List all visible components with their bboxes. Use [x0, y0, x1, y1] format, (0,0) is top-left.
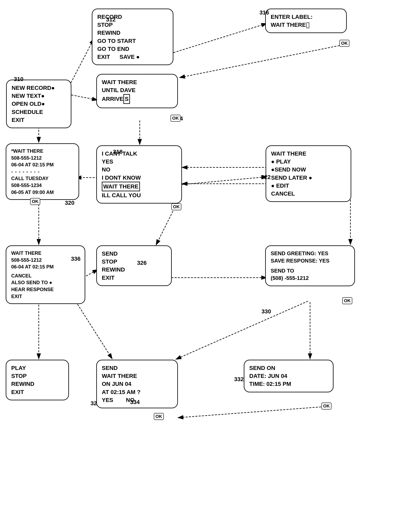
box-332: SEND ON DATE: JUN 04 TIME: 02:15 PM — [244, 360, 334, 392]
ok-330[interactable]: OK — [342, 297, 352, 304]
box-336-line7: EXIT — [11, 293, 80, 300]
box-324-line4: EXIT — [11, 388, 63, 396]
box-322-line3: ●SEND NOW — [271, 166, 346, 174]
box-330-line2: SAVE RESPONSE: YES — [271, 257, 349, 264]
box-326: SEND STOP REWIND EXIT — [96, 245, 172, 286]
label-312: 312 — [106, 16, 116, 23]
svg-line-9 — [156, 208, 174, 245]
box-320-line4: CALL TUESDAY — [11, 175, 74, 182]
svg-line-5 — [173, 23, 267, 53]
box-320-divider: - - - - - - - - — [11, 168, 74, 175]
box-326-line3: REWIND — [102, 266, 166, 274]
box-336: WAIT THERE 508-555-1212 06-04 AT 02:15 P… — [6, 245, 85, 304]
box-336-line6: HEAR RESPONSE — [11, 286, 80, 293]
label-310: 310 — [14, 76, 23, 83]
box-320-line2: 508-555-1212 — [11, 154, 74, 161]
box-314: WAIT THERE UNTIL DAVE ARRIVES — [96, 74, 178, 108]
label-322: 322 — [261, 174, 271, 180]
svg-line-6 — [180, 45, 343, 77]
box-316-line2: WAIT THERE — [271, 21, 341, 29]
label-330: 330 — [262, 308, 271, 315]
box-320-line1: *WAIT THERE — [11, 148, 74, 154]
box-324-line2: STOP — [11, 372, 63, 380]
box-322-line1: WAIT THERE — [271, 150, 346, 158]
box-320-line5: 508-555-1234 — [11, 182, 74, 189]
ok-320[interactable]: OK — [30, 198, 40, 205]
box-320-line6: 06-05 AT 09:00 AM — [11, 189, 74, 196]
box-326-line2: STOP — [102, 258, 166, 266]
box-334-line4: AT 02:15 AM ? — [102, 388, 172, 396]
ok-314[interactable]: OK — [171, 115, 180, 122]
box-332-line3: TIME: 02:15 PM — [249, 380, 328, 388]
box-318-line3: NO — [102, 166, 176, 174]
box-316: ENTER LABEL: WAIT THERE — [265, 8, 347, 33]
ok-334[interactable]: OK — [154, 413, 164, 420]
box-330-line1: SEND GREETING: YES — [271, 250, 349, 257]
box-312-line5: GO TO END — [97, 45, 168, 53]
box-336-line4: CANCEL — [11, 272, 80, 279]
box-336-line1: WAIT THERE — [11, 250, 80, 257]
svg-line-16 — [77, 304, 112, 359]
label-320: 320 — [65, 200, 75, 206]
box-324: PLAY STOP REWIND EXIT — [6, 360, 69, 400]
box-312: RECORD STOP REWIND GO TO START GO TO END… — [92, 8, 173, 65]
box-336-line2: 508-555-1212 — [11, 257, 80, 264]
label-336: 336 — [71, 256, 81, 262]
box-312-line4: GO TO START — [97, 37, 168, 45]
box-330: SEND GREETING: YES SAVE RESPONSE: YES SE… — [265, 245, 355, 286]
box-332-line1: SEND ON — [249, 364, 328, 372]
box-334-line3: ON JUN 04 — [102, 380, 172, 388]
box-318-line6: ILL CALL YOU — [102, 191, 176, 199]
diagram: NEW RECORD● NEW TEXT● OPEN OLD● SCHEDULE… — [0, 0, 420, 512]
ok-318[interactable]: OK — [171, 203, 181, 210]
box-324-line1: PLAY — [11, 364, 63, 372]
box-310-line5: EXIT — [12, 116, 66, 124]
svg-line-4 — [69, 39, 94, 86]
box-336-line3: 06-04 AT 02:15 PM — [11, 263, 80, 270]
box-310-line3: OPEN OLD● — [12, 100, 66, 108]
box-310-line1: NEW RECORD● — [12, 84, 66, 92]
box-334-line1: SEND — [102, 364, 172, 372]
ok-332[interactable]: OK — [322, 403, 331, 410]
box-310-line4: SCHEDULE — [12, 108, 66, 116]
svg-line-8 — [181, 177, 267, 184]
box-332-line2: DATE: JUN 04 — [249, 372, 328, 380]
label-332: 332 — [234, 376, 244, 382]
label-334: 334 — [130, 399, 140, 405]
label-316: 316 — [259, 9, 269, 16]
box-326-line4: EXIT — [102, 274, 166, 282]
box-322-line4: SEND LATER ● — [271, 174, 346, 182]
box-310-line2: NEW TEXT● — [12, 92, 66, 100]
label-318: 318 — [113, 149, 123, 155]
box-312-line3: REWIND — [97, 29, 168, 37]
svg-line-3 — [71, 95, 98, 100]
svg-line-17 — [176, 301, 308, 359]
box-318-line2: YES — [102, 158, 176, 166]
box-314-line3: ARRIVES — [102, 94, 172, 104]
box-334-line2: WAIT THERE — [102, 372, 172, 380]
box-318: I CANT TALK YES NO I DONT KNOW WAIT THER… — [96, 145, 182, 204]
box-324-line3: REWIND — [11, 380, 63, 388]
svg-line-19 — [178, 407, 324, 418]
box-318-line5: WAIT THERE — [102, 182, 176, 191]
box-318-line4: I DONT KNOW — [102, 174, 176, 182]
box-322: WAIT THERE ● PLAY ●SEND NOW SEND LATER ●… — [266, 145, 351, 202]
box-320-line3: 06-04 AT 02:15 PM — [11, 161, 74, 168]
box-314-line1: WAIT THERE — [102, 78, 172, 86]
svg-line-13 — [83, 269, 98, 278]
ok-316[interactable]: OK — [339, 40, 349, 47]
label-326: 326 — [137, 260, 147, 266]
box-320: *WAIT THERE 508-555-1212 06-04 AT 02:15 … — [6, 143, 79, 200]
box-330-line4: (508) -555-1212 — [271, 274, 349, 282]
box-336-line5: ALSO SEND TO ● — [11, 279, 80, 286]
box-322-line6: CANCEL — [271, 190, 346, 198]
box-322-line2: ● PLAY — [271, 158, 346, 166]
box-322-line5: ● EDIT — [271, 182, 346, 190]
box-312-line6: EXIT SAVE ● — [97, 53, 168, 61]
box-310: NEW RECORD● NEW TEXT● OPEN OLD● SCHEDULE… — [6, 80, 71, 128]
box-326-line1: SEND — [102, 250, 166, 258]
box-330-line3: SEND TO — [271, 267, 349, 274]
box-316-line1: ENTER LABEL: — [271, 13, 341, 21]
box-314-line2: UNTIL DAVE — [102, 86, 172, 94]
